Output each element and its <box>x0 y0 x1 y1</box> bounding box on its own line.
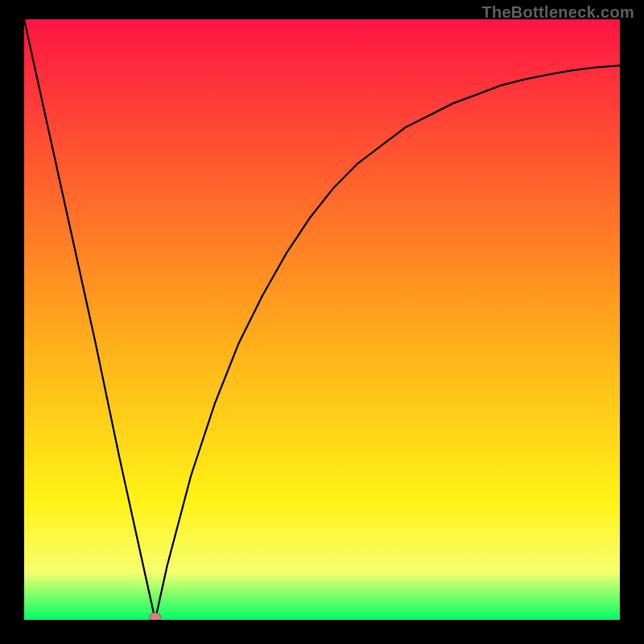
plot-area <box>24 19 620 620</box>
chart-frame: TheBottleneck.com <box>0 0 644 644</box>
chart-svg <box>24 19 620 620</box>
minimum-marker <box>150 613 161 620</box>
gradient-background <box>24 19 620 620</box>
